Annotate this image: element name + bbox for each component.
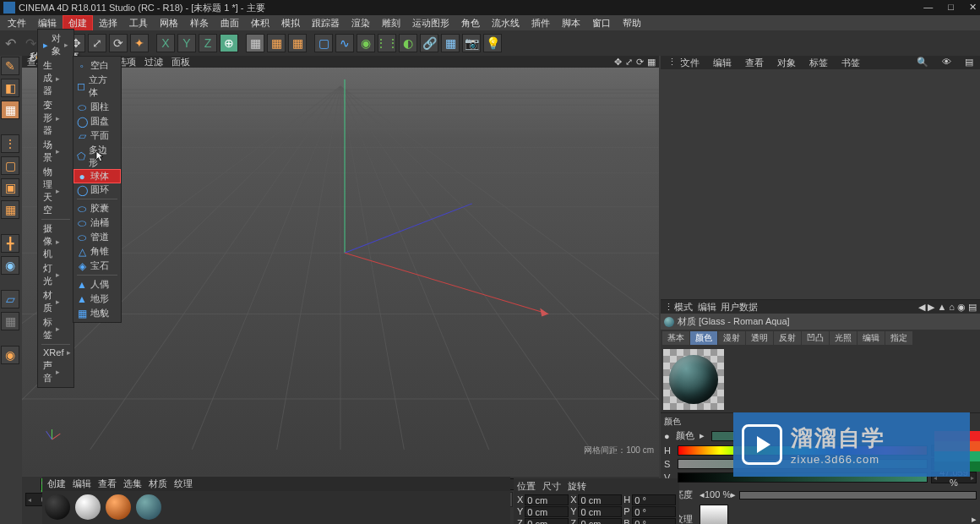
am-next-icon[interactable]: ▶ bbox=[928, 302, 934, 313]
obj-oiltank[interactable]: ⬭油桶 bbox=[74, 216, 121, 230]
model-mode[interactable]: ◧ bbox=[1, 79, 19, 97]
om-tab-tag[interactable]: 标签 bbox=[803, 56, 835, 69]
menu-character[interactable]: 角色 bbox=[455, 15, 486, 31]
am-lock-icon[interactable]: ◉ bbox=[957, 302, 966, 313]
material-slot-1[interactable] bbox=[45, 494, 70, 520]
vp-nav-1[interactable]: ✥ bbox=[614, 57, 622, 68]
material-preview[interactable] bbox=[663, 349, 724, 410]
om-menu-icon[interactable]: ▤ bbox=[958, 56, 980, 69]
deformer-tool[interactable]: ◐ bbox=[399, 34, 417, 52]
create-deformer[interactable]: 变形器▸ bbox=[38, 98, 74, 138]
obj-null[interactable]: ◦空白 bbox=[74, 58, 121, 73]
env-tool[interactable]: 🔗 bbox=[420, 34, 438, 52]
vp-nav-2[interactable]: ⤢ bbox=[625, 57, 633, 68]
vp-nav-4[interactable]: ▦ bbox=[647, 57, 656, 68]
mat-tab-create[interactable]: 创建 bbox=[47, 478, 66, 490]
obj-polygon[interactable]: ⬠多边形 bbox=[74, 143, 121, 170]
material-slot-4[interactable] bbox=[136, 494, 161, 520]
menu-plugins[interactable]: 插件 bbox=[525, 15, 556, 31]
menu-render[interactable]: 渲染 bbox=[346, 15, 376, 31]
om-tab-file[interactable]: 文件 bbox=[674, 56, 706, 69]
obj-tube[interactable]: ⬭管道 bbox=[74, 230, 121, 244]
x-axis-toggle[interactable]: X bbox=[156, 34, 175, 52]
floor-tool[interactable]: ▦ bbox=[441, 34, 460, 52]
render-region[interactable]: ▦ bbox=[267, 34, 286, 52]
am-tab-mode[interactable]: 模式 bbox=[674, 301, 693, 314]
coord-cell[interactable]: 0 cm bbox=[525, 506, 569, 517]
last-tool[interactable]: ✦ bbox=[130, 34, 149, 52]
am-tab-edit[interactable]: 编辑 bbox=[698, 301, 716, 314]
atab-diffuse[interactable]: 漫射 bbox=[718, 331, 745, 345]
obj-landscape[interactable]: ▲地形 bbox=[74, 292, 121, 306]
atab-basic[interactable]: 基本 bbox=[662, 331, 689, 345]
misc-orange[interactable]: ◉ bbox=[1, 346, 19, 364]
obj-figure[interactable]: ▲人偶 bbox=[74, 277, 121, 292]
undo-button[interactable]: ↶ bbox=[5, 35, 16, 52]
rotate-tool[interactable]: ⟳ bbox=[109, 34, 128, 52]
atab-reflect[interactable]: 反射 bbox=[774, 331, 801, 345]
mat-tab-mat[interactable]: 材质 bbox=[149, 478, 167, 490]
coord-tab-rot[interactable]: 旋转 bbox=[568, 480, 586, 493]
obj-platonic[interactable]: ◈宝石 bbox=[74, 259, 121, 273]
om-search-icon[interactable]: 🔍 bbox=[910, 56, 935, 69]
menu-volume[interactable]: 体积 bbox=[245, 15, 275, 31]
light-tool[interactable]: 💡 bbox=[483, 34, 502, 52]
om-tab-obj[interactable]: 对象 bbox=[770, 56, 803, 69]
mat-tab-tex[interactable]: 纹理 bbox=[174, 478, 193, 490]
atab-assign[interactable]: 指定 bbox=[885, 331, 912, 345]
y-axis-toggle[interactable]: Y bbox=[177, 34, 196, 52]
spline-tool[interactable]: ∿ bbox=[335, 34, 354, 52]
obj-torus[interactable]: ◯圆环 bbox=[74, 183, 121, 197]
coord-tab-size[interactable]: 尺寸 bbox=[542, 480, 561, 493]
menu-surface[interactable]: 曲面 bbox=[215, 15, 245, 31]
menu-spline[interactable]: 样条 bbox=[184, 15, 215, 31]
minimize-button[interactable]: — bbox=[923, 2, 933, 13]
create-tag[interactable]: 标签▸ bbox=[38, 315, 74, 342]
edges-mode[interactable]: ▢ bbox=[1, 156, 19, 175]
obj-relief[interactable]: ▦地貌 bbox=[74, 306, 121, 320]
menu-mesh[interactable]: 网格 bbox=[154, 15, 184, 31]
create-sound[interactable]: 声音▸ bbox=[38, 358, 74, 385]
polys-mode[interactable]: ▣ bbox=[1, 178, 19, 197]
coord-cell[interactable]: 0 cm bbox=[525, 518, 569, 524]
atab-bump[interactable]: 凹凸 bbox=[802, 331, 829, 345]
locked[interactable]: ▦ bbox=[1, 312, 19, 330]
create-light[interactable]: 灯光▸ bbox=[38, 261, 74, 288]
points-mode[interactable]: ⋮ bbox=[1, 134, 19, 153]
menu-script[interactable]: 脚本 bbox=[556, 15, 586, 31]
texture-thumb[interactable] bbox=[700, 505, 728, 524]
om-tab-edit[interactable]: 编辑 bbox=[706, 56, 738, 69]
coord-cell[interactable]: 0 ° bbox=[632, 518, 676, 524]
make-editable[interactable]: ✎ bbox=[1, 57, 19, 75]
create-camera[interactable]: 摄像机▸ bbox=[38, 221, 74, 261]
coord-cell[interactable]: 0 cm bbox=[578, 518, 622, 524]
menu-tracker[interactable]: 跟踪器 bbox=[306, 15, 346, 31]
axis-tool[interactable]: ╋ bbox=[1, 234, 19, 253]
snap-tool[interactable]: ◉ bbox=[1, 256, 19, 275]
material-slot-3[interactable] bbox=[106, 494, 131, 520]
om-tab-view[interactable]: 查看 bbox=[738, 56, 770, 69]
obj-pyramid[interactable]: △角锥 bbox=[74, 244, 121, 259]
workplane[interactable]: ▱ bbox=[1, 290, 19, 308]
uv-mode[interactable]: ▦ bbox=[1, 200, 19, 219]
menu-select[interactable]: 选择 bbox=[93, 15, 123, 31]
atab-illum[interactable]: 光照 bbox=[830, 331, 857, 345]
atab-editor[interactable]: 编辑 bbox=[858, 331, 885, 345]
obj-cube[interactable]: ◻立方体 bbox=[74, 73, 121, 100]
color-swatch[interactable] bbox=[711, 431, 735, 441]
brightness-slider[interactable] bbox=[739, 491, 977, 499]
array-tool[interactable]: ⋮⋮ bbox=[378, 34, 396, 52]
create-generator[interactable]: 生成器▸ bbox=[38, 58, 74, 98]
vp-tab-panel[interactable]: 面板 bbox=[172, 56, 190, 68]
create-scene[interactable]: 场景▸ bbox=[38, 138, 74, 165]
mat-tab-view[interactable]: 查看 bbox=[98, 478, 117, 490]
camera-tool[interactable]: 📷 bbox=[462, 34, 481, 52]
menu-simulate[interactable]: 模拟 bbox=[275, 15, 306, 31]
object-manager[interactable]: ⋮⋮ 文件 编辑 查看 对象 标签 书签 🔍 👁 ▤ bbox=[661, 56, 980, 299]
am-up-icon[interactable]: ▲ bbox=[937, 302, 946, 313]
menu-sculpt[interactable]: 雕刻 bbox=[376, 15, 406, 31]
menu-tools[interactable]: 工具 bbox=[123, 15, 154, 31]
am-home-icon[interactable]: ⌂ bbox=[949, 302, 955, 313]
mat-tab-sel[interactable]: 选集 bbox=[123, 478, 142, 490]
render-view[interactable]: ▦ bbox=[246, 34, 264, 52]
